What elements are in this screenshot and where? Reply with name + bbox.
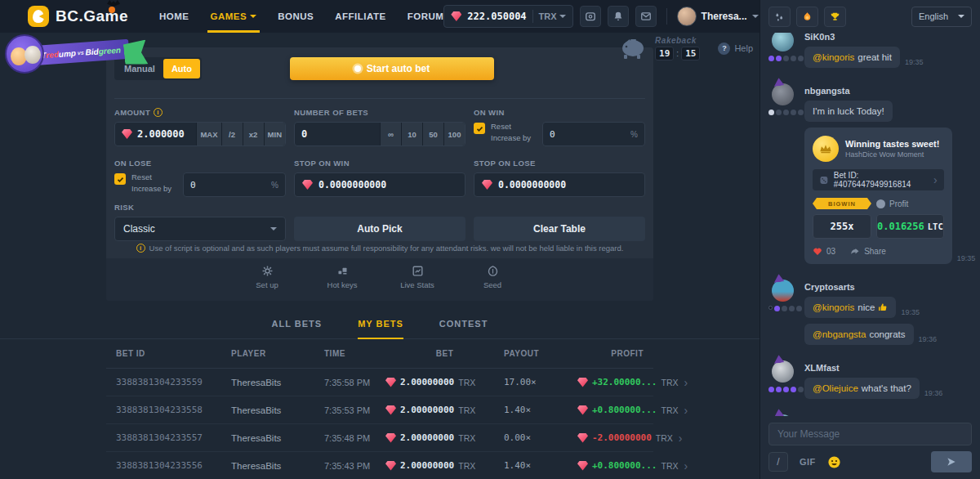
table-row[interactable]: 3388381304233557 TheresaBits 7:35:48 PM … [106,424,653,452]
mention-link[interactable]: @Oliejuice [813,383,858,393]
bets-50-button[interactable]: 50 [422,123,443,145]
nav-item-home[interactable]: HOME [159,0,189,33]
clear-table-button[interactable]: Clear Table [474,217,645,241]
contest-button[interactable] [824,7,846,27]
on-win-reset-checkbox[interactable] [474,123,485,134]
seed-button[interactable]: Seed [469,265,516,301]
table-row[interactable]: 3388381304233558 TheresaBits 7:35:53 PM … [106,396,653,424]
mention-link[interactable]: @nbgangsta [813,329,866,339]
chat-message: Cryptosarts @kingorisnice 19:35 @nbgangs… [768,280,972,351]
reset-label: Reset [491,122,537,131]
trx-gem-icon [577,378,588,387]
win-share-card[interactable]: Winning tastes sweet! HashDice Wow Momen… [804,128,952,264]
chat-message: nbgangsta I'm in luck Today! Winning ta [768,83,972,270]
balance-dropdown[interactable]: 222.050004 TRX [443,5,572,28]
on-win-label: ON WIN [474,108,505,117]
start-auto-bet-button[interactable]: Start auto bet [290,57,494,80]
envelope-icon [640,11,652,22]
chat-bubble: @kingorisgreat hit [804,47,900,68]
chat-bubble: I'm in luck Today! [804,101,893,122]
nav-menu: HOME GAMES BONUS AFFILIATE FORUM [159,0,443,33]
amount-max-button[interactable]: MAX [196,123,220,145]
chat-username[interactable]: nbgangsta [804,86,972,96]
chat-username[interactable]: XLMfast [804,363,972,373]
nav-right-cluster: 222.050004 TRX Theresa... [443,5,760,28]
info-icon[interactable]: i [154,108,163,117]
nav-item-forum[interactable]: FORUM [408,0,444,33]
amount-min-button[interactable]: MIN [264,123,285,145]
tab-contest[interactable]: CONTEST [439,309,488,339]
number-of-bets-input[interactable] [301,128,373,140]
like-button[interactable]: 03 [813,247,835,256]
trophy-icon [830,11,840,22]
promo-banner[interactable]: TredumpvsBidgreen [5,34,148,77]
fireball-button[interactable] [796,7,818,27]
vault-button[interactable] [580,6,601,27]
gif-button[interactable]: GIF [800,457,816,467]
rakeback-widget[interactable]: Rakeback 19 : 15 ? Help [619,36,753,60]
tab-auto[interactable]: Auto [163,59,200,78]
mention-link[interactable]: @kingoris [813,302,854,312]
table-row[interactable]: 3388381304233556 TheresaBits 7:35:43 PM … [106,452,653,479]
nav-item-bonus[interactable]: BONUS [278,0,314,33]
chat-username[interactable]: SiK0n3 [804,33,972,42]
chat-message-input[interactable] [777,428,963,440]
biden-face-icon [24,46,41,64]
notifications-button[interactable] [608,6,629,27]
share-button[interactable]: Share [850,247,886,256]
message-time: 19:36 [919,335,938,345]
messages-button[interactable] [635,6,657,27]
stop-on-lose-input[interactable] [498,179,637,190]
vault-icon [585,11,596,22]
table-row[interactable]: 3388381304233559 TheresaBits 7:35:58 PM … [106,369,653,396]
emoji-button[interactable] [827,455,841,469]
bet-id-row[interactable]: Bet ID: #4076447949916814 › [813,169,944,190]
bets-100-button[interactable]: 100 [443,123,465,145]
help-button[interactable]: ? Help [718,43,753,55]
nav-item-games[interactable]: GAMES [211,0,257,33]
tab-all-bets[interactable]: ALL BETS [272,309,323,339]
send-arrow-icon [946,457,957,467]
panel-footer: Set up Hot keys Live Stats Seed [106,258,653,301]
chat-username[interactable]: Cryptosarts [804,282,972,292]
on-win-increase-input[interactable] [550,129,627,140]
amount-half-button[interactable]: /2 [221,123,243,145]
risk-select[interactable]: Classic [114,217,286,241]
amount-input[interactable] [137,128,189,140]
user-medals [768,56,804,61]
increase-by-label: Increase by [491,133,537,142]
user-avatar[interactable] [772,414,794,416]
chat-messages: SiK0n3 @kingorisgreat hit 19:35 nbgangst… [760,33,980,416]
send-button[interactable] [931,451,972,472]
amount-field-group: AMOUNTi MAX /2 x2 MIN [114,108,286,146]
live-stats-button[interactable]: Live Stats [394,265,441,301]
user-avatar[interactable] [772,83,794,105]
chevron-down-icon [958,15,964,21]
user-avatar[interactable] [772,360,794,383]
user-menu[interactable]: Theresa... [677,7,759,26]
hot-keys-button[interactable]: Hot keys [318,265,366,301]
rain-button[interactable] [768,7,791,27]
chevron-right-icon: › [684,405,688,416]
notice-text: Use of script is optional and as such pl… [149,244,624,253]
amount-double-button[interactable]: x2 [243,123,264,145]
form-row-3: RISK Classic Auto Pick Clear Table [114,203,645,241]
auto-pick-button[interactable]: Auto Pick [294,217,466,241]
language-select[interactable]: English [911,7,972,27]
setup-button[interactable]: Set up [243,265,291,301]
user-avatar[interactable] [772,33,794,51]
on-lose-reset-checkbox[interactable] [114,173,126,185]
bets-table: BET ID PLAYER TIME BET PAYOUT PROFIT 338… [106,339,653,479]
mention-link[interactable]: @kingoris [813,52,854,62]
user-avatar[interactable] [772,280,794,302]
bets-tabs: ALL BETS MY BETS CONTEST [0,309,760,339]
logo[interactable]: BC.Game [28,6,128,27]
on-lose-increase-input[interactable] [190,180,268,190]
rakeback-timer-block: Rakeback 19 : 15 [655,36,700,60]
slash-commands-button[interactable]: / [768,452,788,472]
bets-infinite-button[interactable]: ∞ [380,123,401,145]
tab-my-bets[interactable]: MY BETS [358,309,403,339]
stop-on-win-input[interactable] [318,179,457,190]
bets-10-button[interactable]: 10 [401,123,422,145]
nav-item-affiliate[interactable]: AFFILIATE [335,0,385,33]
